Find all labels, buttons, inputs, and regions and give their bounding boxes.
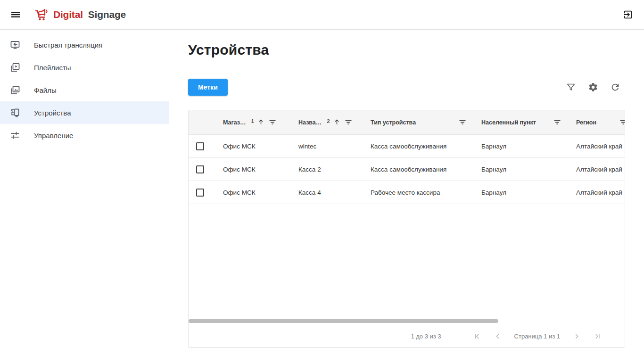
pagination-bar: 1 до 3 из 3 Страница 1 из 1 [189, 325, 625, 347]
cell-store: Офис МСК [215, 189, 291, 196]
top-bar: Digital Signage [0, 0, 644, 30]
files-icon [9, 84, 21, 96]
brand-logo: Digital Signage [33, 8, 126, 22]
sort-asc-arrow-icon [333, 118, 340, 127]
row-count-summary: 1 до 3 из 3 [411, 333, 441, 340]
quick-broadcast-icon [9, 39, 21, 50]
row-checkbox[interactable] [196, 165, 204, 173]
cell-name: wintec [291, 143, 363, 150]
column-header-locality[interactable]: Населенный пункт [474, 110, 569, 134]
sidebar-item-quick-broadcast[interactable]: Быстрая трансляция [0, 33, 169, 56]
table-row[interactable]: Офис МСК Касса 2 Касса самообслуживания … [189, 158, 625, 181]
brand-word-digital: Digital [53, 9, 83, 20]
column-filter-icon[interactable] [345, 118, 352, 127]
refresh-icon[interactable] [610, 82, 620, 92]
column-header-device-type[interactable]: Тип устройства [363, 110, 474, 134]
page-title: Устройства [188, 42, 644, 58]
cell-locality: Барнаул [474, 166, 569, 173]
devices-icon [9, 107, 21, 118]
cell-region: Алтайский край [569, 189, 625, 196]
table-row[interactable]: Офис МСК Касса 4 Рабочее место кассира Б… [189, 181, 625, 204]
page-indicator: Страница 1 из 1 [514, 333, 560, 340]
sidebar-item-label: Устройства [34, 109, 71, 117]
column-header-store[interactable]: Магаз… 1 [215, 110, 291, 134]
sidebar-item-label: Файлы [34, 86, 57, 94]
column-filter-icon[interactable] [553, 118, 561, 127]
cell-region: Алтайский край [569, 166, 625, 173]
horizontal-scrollbar [189, 319, 625, 323]
toolbar: Метки [188, 79, 625, 96]
row-checkbox[interactable] [196, 189, 204, 197]
main-content: Устройства Метки [169, 30, 644, 362]
cell-name: Касса 4 [291, 189, 363, 196]
cell-device-type: Касса самообслуживания [363, 166, 474, 173]
row-checkbox[interactable] [196, 142, 204, 150]
logout-icon[interactable] [623, 9, 633, 20]
cell-store: Офис МСК [215, 143, 291, 150]
header-checkbox-column [189, 110, 215, 134]
filter-icon[interactable] [566, 82, 576, 92]
menu-hamburger-icon[interactable] [10, 9, 21, 20]
cell-name: Касса 2 [291, 166, 363, 173]
sidebar-item-label: Плейлисты [34, 64, 71, 72]
next-page-icon[interactable] [572, 332, 581, 341]
column-header-region[interactable]: Регион [569, 110, 625, 134]
tags-button[interactable]: Метки [188, 79, 228, 96]
sort-order-badge: 1 [251, 118, 254, 124]
cart-megaphone-icon [33, 8, 50, 22]
management-icon [9, 130, 21, 141]
playlists-icon [9, 62, 21, 73]
sidebar-item-management[interactable]: Управление [0, 124, 169, 147]
column-filter-icon[interactable] [269, 118, 276, 127]
column-filter-icon[interactable] [459, 118, 466, 127]
cell-store: Офис МСК [215, 166, 291, 173]
sort-order-badge: 2 [327, 118, 330, 124]
sidebar: Быстрая трансляция Плейлисты Файлы [0, 30, 169, 362]
devices-table: Магаз… 1 Назва… 2 [188, 110, 625, 348]
sidebar-item-label: Управление [34, 132, 73, 140]
first-page-icon[interactable] [473, 332, 481, 341]
sidebar-item-playlists[interactable]: Плейлисты [0, 56, 169, 79]
table-header-row: Магаз… 1 Назва… 2 [189, 110, 625, 135]
settings-gear-icon[interactable] [588, 82, 598, 92]
prev-page-icon[interactable] [494, 332, 502, 341]
last-page-icon[interactable] [593, 332, 602, 341]
horizontal-scrollbar-thumb[interactable] [189, 319, 498, 323]
column-header-name[interactable]: Назва… 2 [291, 110, 363, 134]
cell-locality: Барнаул [474, 189, 569, 196]
cell-locality: Барнаул [474, 143, 569, 150]
table-empty-area [189, 204, 625, 319]
cell-device-type: Касса самообслуживания [363, 143, 474, 150]
brand-word-signage: Signage [88, 9, 126, 20]
table-row[interactable]: Офис МСК wintec Касса самообслуживания Б… [189, 135, 625, 158]
sidebar-item-files[interactable]: Файлы [0, 79, 169, 101]
cell-region: Алтайский край [569, 143, 625, 150]
cell-device-type: Рабочее место кассира [363, 189, 474, 196]
sidebar-item-label: Быстрая трансляция [34, 41, 102, 49]
sidebar-item-devices[interactable]: Устройства [0, 101, 169, 124]
column-filter-icon[interactable] [619, 118, 625, 127]
sort-asc-arrow-icon [257, 118, 264, 127]
